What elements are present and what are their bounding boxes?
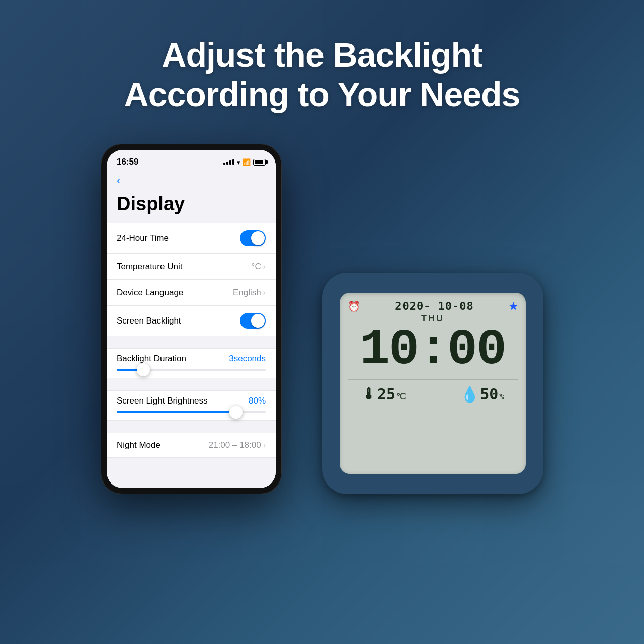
- clock-temperature: 🌡 25 ℃: [361, 385, 406, 403]
- phone-screen: 16:59 ▾ 📶: [107, 150, 276, 488]
- night-mode-label: Night Mode: [117, 440, 160, 450]
- setting-label-language: Device Language: [117, 288, 183, 298]
- brightness-thumb[interactable]: [229, 406, 243, 419]
- headline-line1: Adjust the Backlight: [124, 35, 520, 74]
- clock-screen: ⏰ 2020- 10-08 ★ THU 10:00 🌡 25 ℃: [340, 293, 526, 474]
- toggle-backlight[interactable]: [240, 313, 266, 329]
- back-button[interactable]: ‹: [117, 174, 120, 187]
- bottom-spacer: [107, 458, 276, 488]
- clock-device: ⏰ 2020- 10-08 ★ THU 10:00 🌡 25 ℃: [322, 273, 543, 494]
- alarm-icon: ⏰: [348, 300, 360, 312]
- toggle-knob-24hr: [251, 231, 265, 245]
- clock-bottom: 🌡 25 ℃ 💧 50 %: [348, 379, 518, 404]
- wifi-icon: ▾ 📶: [237, 158, 251, 166]
- setting-temp-unit[interactable]: Temperature Unit °C ›: [107, 254, 276, 280]
- clock-divider: [433, 384, 433, 404]
- backlight-duration-track[interactable]: [117, 369, 266, 371]
- clock-time: 10:00: [348, 325, 518, 375]
- content-row: 16:59 ▾ 📶: [0, 144, 644, 494]
- phone-wrap: 16:59 ▾ 📶: [101, 144, 292, 494]
- language-value: English: [233, 288, 261, 298]
- battery-icon: [253, 159, 266, 166]
- toggle-24hr[interactable]: [240, 230, 266, 246]
- backlight-duration-header: Backlight Duration 3seconds: [117, 354, 266, 364]
- nav-bar: ‹: [107, 170, 276, 193]
- settings-gap-2: [107, 378, 276, 390]
- backlight-duration-label: Backlight Duration: [117, 354, 186, 364]
- backlight-duration-value: 3seconds: [229, 354, 266, 364]
- status-time: 16:59: [117, 157, 138, 167]
- setting-label-backlight: Screen Backlight: [117, 316, 181, 326]
- temp-unit-display: ℃: [396, 392, 406, 401]
- thermo-icon: 🌡: [361, 385, 376, 403]
- settings-gap-1: [107, 336, 276, 348]
- brightness-value: 80%: [249, 396, 266, 406]
- humid-unit-display: %: [499, 392, 504, 401]
- night-mode-value: 21:00 – 18:00 ›: [209, 440, 266, 450]
- setting-device-language[interactable]: Device Language English ›: [107, 280, 276, 306]
- setting-label-temp: Temperature Unit: [117, 262, 182, 272]
- setting-value-temp: °C ›: [252, 262, 266, 272]
- clock-humidity: 💧 50 %: [460, 385, 504, 403]
- bluetooth-icon: ★: [509, 300, 518, 312]
- page-title: Display: [107, 193, 276, 223]
- brightness-label: Screen Light Brightness: [117, 396, 208, 406]
- signal-icon: [223, 159, 234, 165]
- brightness-section: Screen Light Brightness 80%: [107, 390, 276, 421]
- chevron-temp: ›: [263, 262, 266, 271]
- setting-night-mode[interactable]: Night Mode 21:00 – 18:00 ›: [107, 433, 276, 458]
- settings-gap-3: [107, 421, 276, 433]
- clock-top-bar: ⏰ 2020- 10-08 ★: [348, 300, 518, 312]
- headline: Adjust the Backlight According to Your N…: [124, 0, 520, 114]
- settings-list: 24-Hour Time Temperature Unit °C ›: [107, 223, 276, 336]
- status-bar: 16:59 ▾ 📶: [107, 150, 276, 170]
- setting-value-language: English ›: [233, 288, 266, 298]
- drop-icon: 💧: [460, 385, 479, 403]
- headline-line2: According to Your Needs: [124, 74, 520, 114]
- setting-screen-backlight: Screen Backlight: [107, 306, 276, 336]
- night-mode-time: 21:00 – 18:00: [209, 440, 261, 450]
- setting-label-24hr: 24-Hour Time: [117, 233, 169, 244]
- setting-24hr-time: 24-Hour Time: [107, 223, 276, 254]
- backlight-duration-section: Backlight Duration 3seconds: [107, 348, 276, 378]
- status-icons: ▾ 📶: [223, 158, 266, 166]
- brightness-track[interactable]: [117, 411, 266, 413]
- toggle-knob-backlight: [251, 314, 265, 328]
- clock-date: 2020- 10-08: [395, 300, 474, 312]
- brightness-fill: [117, 411, 236, 413]
- chevron-language: ›: [263, 288, 266, 297]
- temp-value: 25: [377, 385, 395, 403]
- humid-value: 50: [480, 385, 498, 403]
- temp-unit-value: °C: [252, 262, 261, 272]
- phone: 16:59 ▾ 📶: [101, 144, 282, 494]
- brightness-header: Screen Light Brightness 80%: [117, 396, 266, 406]
- backlight-duration-thumb[interactable]: [137, 363, 150, 376]
- chevron-night: ›: [263, 441, 266, 450]
- clock-wrap: ⏰ 2020- 10-08 ★ THU 10:00 🌡 25 ℃: [322, 273, 543, 494]
